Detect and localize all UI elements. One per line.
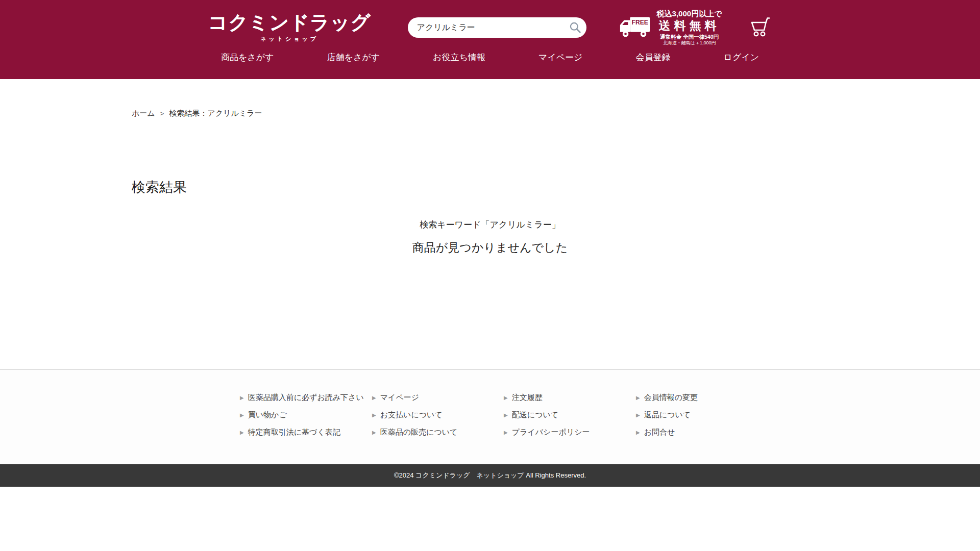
- copyright-bar: ©2024 コクミンドラッグ ネットショップ All Rights Reserv…: [0, 464, 980, 487]
- footer-link-returns[interactable]: ▶ 返品について: [636, 410, 980, 420]
- footer-link-label: 医薬品の販売について: [380, 428, 458, 437]
- footer-links: ▶ 医薬品購入前に必ずお読み下さい ▶ 買い物かご ▶ 特定商取引法に基づく表記…: [0, 369, 980, 464]
- no-result-line: 商品が見つかりませんでした: [0, 240, 980, 256]
- arrow-bullet-icon: ▶: [240, 395, 244, 400]
- cart-icon: [749, 32, 772, 39]
- search-keyword-line: 検索キーワード「アクリルミラー」: [0, 219, 980, 231]
- shipping-text: 税込3,000円以上で 送料無料 通常料金 全国一律540円 北海道・離島は＋1…: [657, 9, 722, 46]
- breadcrumb-separator: >: [160, 110, 164, 117]
- arrow-bullet-icon: ▶: [372, 413, 376, 418]
- arrow-bullet-icon: ▶: [636, 430, 640, 435]
- nav-item-useful-info[interactable]: お役立ち情報: [433, 52, 485, 63]
- page-title: 検索結果: [132, 179, 980, 196]
- shipping-threshold: 税込3,000円以上で: [657, 9, 722, 18]
- site-header: コクミンドラッグ ネットショップ: [0, 0, 980, 79]
- nav-item-stores[interactable]: 店舗をさがす: [327, 52, 380, 63]
- footer-link-payment[interactable]: ▶ お支払いについて: [372, 410, 504, 420]
- cart-button[interactable]: [749, 16, 772, 39]
- footer-link-drug-sales[interactable]: ▶ 医薬品の販売について: [372, 427, 504, 438]
- logo-text: コクミンドラッグ: [208, 13, 371, 32]
- footer-link-label: 会員情報の変更: [644, 393, 698, 403]
- breadcrumb: ホーム>検索結果：アクリルミラー: [0, 79, 980, 118]
- search-result-message: 検索キーワード「アクリルミラー」 商品が見つかりませんでした: [0, 219, 980, 256]
- arrow-bullet-icon: ▶: [372, 430, 376, 435]
- footer-link-label: 配送について: [512, 410, 558, 420]
- arrow-bullet-icon: ▶: [636, 395, 640, 400]
- shipping-normal-fee: 通常料金 全国一律540円: [657, 33, 722, 41]
- search-icon: [569, 28, 581, 35]
- main-content: 検索結果 検索キーワード「アクリルミラー」 商品が見つかりませんでした: [0, 179, 980, 369]
- footer-link-label: プライバシーポリシー: [512, 428, 590, 437]
- footer-link-mypage[interactable]: ▶ マイページ: [372, 392, 504, 403]
- footer-link-cart[interactable]: ▶ 買い物かご: [240, 410, 372, 420]
- shipping-remote-fee: 北海道・離島は＋1,000円: [657, 40, 722, 46]
- search-bar: [408, 17, 586, 38]
- footer-link-label: 返品について: [644, 410, 691, 420]
- header-top-row: コクミンドラッグ ネットショップ: [0, 0, 980, 47]
- nav-item-login[interactable]: ログイン: [723, 52, 759, 63]
- footer-link-delivery[interactable]: ▶ 配送について: [504, 410, 636, 420]
- site-footer: ▶ 医薬品購入前に必ずお読み下さい ▶ 買い物かご ▶ 特定商取引法に基づく表記…: [0, 369, 980, 487]
- copyright-text: ©2024 コクミンドラッグ ネットショップ All Rights Reserv…: [394, 471, 586, 480]
- footer-link-label: 注文履歴: [512, 393, 543, 403]
- footer-link-label: マイページ: [380, 393, 419, 403]
- site-logo[interactable]: コクミンドラッグ ネットショップ: [208, 13, 371, 43]
- footer-link-contact[interactable]: ▶ お問合せ: [636, 427, 980, 438]
- nav-item-products[interactable]: 商品をさがす: [221, 52, 274, 63]
- footer-link-drug-notice[interactable]: ▶ 医薬品購入前に必ずお読み下さい: [240, 392, 372, 403]
- nav-item-mypage[interactable]: マイページ: [538, 52, 583, 63]
- footer-link-label: お問合せ: [644, 428, 675, 437]
- footer-link-member-info[interactable]: ▶ 会員情報の変更: [636, 392, 980, 403]
- free-badge-text: FREE: [631, 19, 648, 26]
- logo-subtext: ネットショップ: [260, 35, 318, 43]
- arrow-bullet-icon: ▶: [240, 430, 244, 435]
- free-shipping-banner: FREE 税込3,000円以上で 送料無料 通常料金 全国一律540円 北海道・…: [618, 9, 722, 46]
- arrow-bullet-icon: ▶: [504, 430, 508, 435]
- arrow-bullet-icon: ▶: [504, 395, 508, 400]
- footer-link-label: お支払いについて: [380, 410, 443, 420]
- arrow-bullet-icon: ▶: [504, 413, 508, 418]
- breadcrumb-home-link[interactable]: ホーム: [132, 109, 155, 117]
- footer-link-order-history[interactable]: ▶ 注文履歴: [504, 392, 636, 403]
- footer-link-commerce-law[interactable]: ▶ 特定商取引法に基づく表記: [240, 427, 372, 438]
- arrow-bullet-icon: ▶: [372, 395, 376, 400]
- footer-link-label: 医薬品購入前に必ずお読み下さい: [248, 393, 364, 403]
- breadcrumb-current: 検索結果：アクリルミラー: [169, 109, 262, 117]
- search-button[interactable]: [567, 19, 583, 36]
- delivery-truck-icon: FREE: [618, 15, 651, 40]
- main-nav: 商品をさがす 店舗をさがす お役立ち情報 マイページ 会員登録 ログイン: [0, 47, 980, 72]
- footer-link-label: 買い物かご: [248, 410, 287, 420]
- arrow-bullet-icon: ▶: [636, 413, 640, 418]
- page: コクミンドラッグ ネットショップ: [0, 0, 980, 551]
- shipping-free-label: 送料無料: [657, 18, 722, 33]
- footer-links-grid: ▶ 医薬品購入前に必ずお読み下さい ▶ 買い物かご ▶ 特定商取引法に基づく表記…: [240, 392, 980, 438]
- arrow-bullet-icon: ▶: [240, 413, 244, 418]
- search-input[interactable]: [408, 17, 586, 38]
- nav-item-register[interactable]: 会員登録: [635, 52, 670, 63]
- footer-link-label: 特定商取引法に基づく表記: [248, 428, 340, 437]
- footer-link-privacy-policy[interactable]: ▶ プライバシーポリシー: [504, 427, 636, 438]
